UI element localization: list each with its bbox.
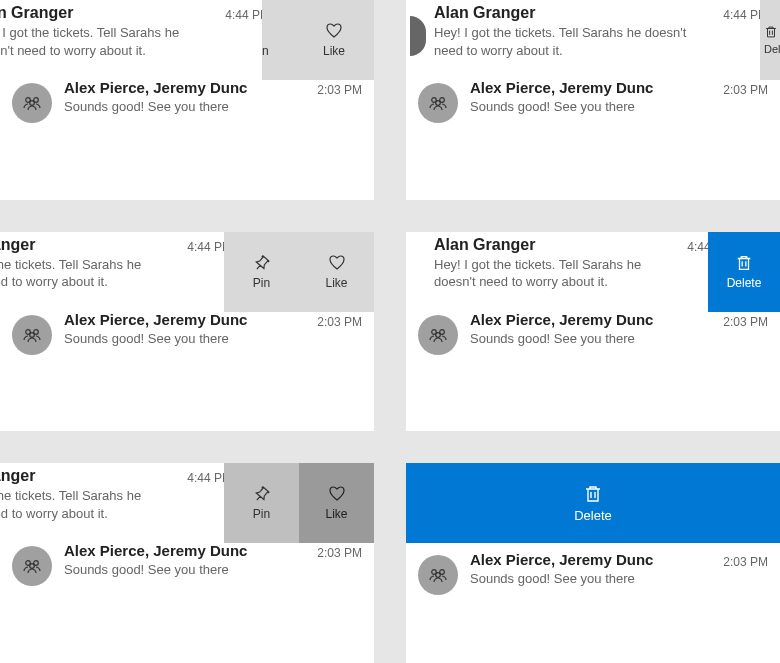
trash-icon bbox=[764, 25, 778, 39]
group-avatar bbox=[12, 83, 52, 123]
like-label: Like bbox=[325, 507, 347, 521]
timestamp: 2:03 PM bbox=[317, 315, 362, 329]
message-preview: Hey! I got the tickets. Tell Sarahs he d… bbox=[434, 24, 703, 59]
group-avatar bbox=[12, 546, 52, 586]
pin-icon bbox=[253, 485, 271, 503]
sender-name: Alan Granger bbox=[0, 236, 167, 254]
timestamp: 2:03 PM bbox=[723, 555, 768, 569]
message-preview: Hey! I got the tickets. Tell Sarahs he d… bbox=[434, 256, 667, 291]
message-card: Alan Granger Hey! I got the tickets. Tel… bbox=[0, 0, 374, 200]
message-item[interactable]: Alan Granger Hey! I got the tickets. Tel… bbox=[406, 0, 780, 71]
timestamp: 2:03 PM bbox=[317, 83, 362, 97]
pin-label: Pin bbox=[253, 507, 270, 521]
delete-label: Del bbox=[764, 43, 780, 55]
message-preview: Sounds good! See you there bbox=[64, 561, 297, 579]
message-card: Delete Alex Pierce, Jeremy Dunc Sounds g… bbox=[406, 463, 780, 663]
heart-icon bbox=[328, 485, 346, 503]
message-item[interactable]: Alex Pierce, Jeremy Dunc Sounds good! Se… bbox=[406, 71, 780, 133]
sender-name: Alex Pierce, Jeremy Dunc bbox=[64, 311, 297, 328]
sender-name: Alex Pierce, Jeremy Dunc bbox=[64, 542, 297, 559]
timestamp: 2:03 PM bbox=[723, 83, 768, 97]
like-label: Like bbox=[323, 44, 345, 58]
message-card: Alan Granger Hey! I got the tickets. Tel… bbox=[0, 232, 374, 432]
pin-label: Pin bbox=[253, 276, 270, 290]
group-avatar bbox=[12, 315, 52, 355]
message-item[interactable]: Alan Granger Hey! I got the tickets. Tel… bbox=[406, 232, 780, 303]
delete-action[interactable]: Delete bbox=[708, 232, 780, 312]
pin-icon bbox=[253, 254, 271, 272]
message-card: Alan Granger Hey! I got the tickets. Tel… bbox=[406, 232, 780, 432]
heart-icon bbox=[325, 22, 343, 40]
pin-action[interactable]: n bbox=[262, 0, 294, 80]
pin-action[interactable]: Pin bbox=[224, 232, 299, 312]
message-preview: Hey! I got the tickets. Tell Sarahs he d… bbox=[0, 487, 167, 522]
message-preview: Hey! I got the tickets. Tell Sarahs he d… bbox=[0, 24, 205, 59]
message-item[interactable]: Alex Pierce, Jeremy Dunc Sounds good! Se… bbox=[0, 303, 374, 365]
avatar bbox=[410, 16, 426, 56]
group-icon bbox=[428, 325, 448, 345]
sender-name: Alex Pierce, Jeremy Dunc bbox=[470, 551, 703, 568]
group-avatar bbox=[418, 83, 458, 123]
delete-action[interactable]: Del bbox=[760, 0, 780, 80]
pin-action[interactable]: Pin bbox=[224, 463, 299, 543]
heart-icon bbox=[328, 254, 346, 272]
sender-name: Alan Granger bbox=[434, 4, 703, 22]
group-avatar bbox=[418, 315, 458, 355]
message-item[interactable]: Alex Pierce, Jeremy Dunc Sounds good! Se… bbox=[0, 71, 374, 133]
like-label: Like bbox=[325, 276, 347, 290]
group-icon bbox=[22, 556, 42, 576]
sender-name: Alan Granger bbox=[434, 236, 667, 254]
message-preview: Sounds good! See you there bbox=[470, 330, 703, 348]
group-icon bbox=[22, 93, 42, 113]
message-item[interactable]: Alan Granger Hey! I got the tickets. Tel… bbox=[0, 0, 374, 71]
delete-label: Delete bbox=[574, 508, 612, 523]
like-action[interactable]: Like bbox=[294, 0, 374, 80]
message-item[interactable]: Alan Granger Hey! I got the tickets. Tel… bbox=[0, 232, 374, 303]
message-item[interactable]: Alan Granger Hey! I got the tickets. Tel… bbox=[0, 463, 374, 534]
timestamp: 2:03 PM bbox=[723, 315, 768, 329]
sender-name: Alan Granger bbox=[0, 4, 205, 22]
timestamp: 2:03 PM bbox=[317, 546, 362, 560]
trash-icon bbox=[735, 254, 753, 272]
message-item[interactable]: Alex Pierce, Jeremy Dunc Sounds good! Se… bbox=[406, 543, 780, 605]
trash-icon bbox=[583, 484, 603, 504]
group-icon bbox=[22, 325, 42, 345]
message-item[interactable]: Alex Pierce, Jeremy Dunc Sounds good! Se… bbox=[406, 303, 780, 365]
message-item[interactable]: Alex Pierce, Jeremy Dunc Sounds good! Se… bbox=[0, 534, 374, 596]
delete-action[interactable]: Delete bbox=[406, 463, 780, 543]
sender-name: Alan Granger bbox=[0, 467, 167, 485]
message-card: Alan Granger Hey! I got the tickets. Tel… bbox=[406, 0, 780, 200]
message-preview: Sounds good! See you there bbox=[64, 98, 297, 116]
message-preview: Hey! I got the tickets. Tell Sarahs he d… bbox=[0, 256, 167, 291]
like-action[interactable]: Like bbox=[299, 463, 374, 543]
message-preview: Sounds good! See you there bbox=[64, 330, 297, 348]
sender-name: Alex Pierce, Jeremy Dunc bbox=[64, 79, 297, 96]
delete-label: Delete bbox=[727, 276, 762, 290]
sender-name: Alex Pierce, Jeremy Dunc bbox=[470, 79, 703, 96]
group-icon bbox=[428, 565, 448, 585]
group-icon bbox=[428, 93, 448, 113]
group-avatar bbox=[418, 555, 458, 595]
pin-label: n bbox=[262, 44, 269, 58]
message-card: Alan Granger Hey! I got the tickets. Tel… bbox=[0, 463, 374, 663]
sender-name: Alex Pierce, Jeremy Dunc bbox=[470, 311, 703, 328]
like-action[interactable]: Like bbox=[299, 232, 374, 312]
message-preview: Sounds good! See you there bbox=[470, 98, 703, 116]
message-preview: Sounds good! See you there bbox=[470, 570, 703, 588]
